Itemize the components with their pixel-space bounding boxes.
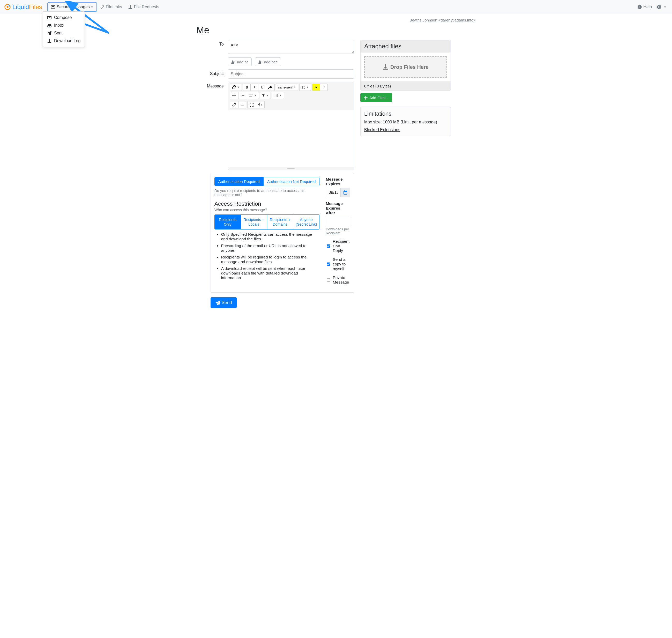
expires-after-hint: Downloads per Recipient [326, 227, 350, 235]
tb-font-family[interactable]: sans-serif▼ [276, 84, 298, 91]
inbox-icon [47, 23, 52, 28]
nav-filelinks[interactable]: FileLinks [97, 3, 125, 11]
align-icon [249, 94, 253, 98]
tb-underline[interactable]: U [258, 84, 266, 91]
sent-icon [47, 31, 52, 35]
magic-icon [232, 85, 236, 89]
dropdown-compose[interactable]: Compose [43, 14, 85, 21]
message-settings-card: Authentication Required Authentication N… [211, 173, 354, 292]
cb-private-box[interactable] [327, 278, 330, 282]
tb-hr[interactable]: — [238, 101, 246, 108]
tb-bold[interactable]: B [243, 84, 251, 91]
tab-auth-required[interactable]: Authentication Required [215, 177, 263, 186]
add-files-button[interactable]: Add Files... [360, 93, 392, 102]
page-title: Me [196, 25, 476, 36]
tb-paragraph[interactable]: TI▼ [260, 92, 271, 99]
brand-logo-icon [4, 4, 11, 10]
access-bullet: Only Specified Recipients can access the… [221, 232, 320, 241]
expires-label: Message Expires [326, 177, 350, 186]
access-bullet: Recipients will be required to login to … [221, 255, 320, 264]
nav-help[interactable]: Help [635, 3, 655, 11]
tb-font-size[interactable]: 16▼ [299, 84, 311, 91]
tb-font-color-more[interactable]: ▼ [320, 84, 328, 91]
caret-down-icon: ▼ [91, 6, 94, 9]
editor-toolbar: ▼ B I U sans-serif▼ [228, 82, 354, 110]
tb-magic[interactable]: ▼ [230, 84, 242, 91]
user-plus-icon [258, 60, 263, 64]
dropdown-download-log[interactable]: Download Log [43, 37, 85, 45]
auth-help-text: Do you require recipients to authenticat… [215, 189, 320, 197]
dropdown-sent[interactable]: Sent [43, 29, 85, 37]
access-tab-anyone[interactable]: Anyone (Secret Link) [293, 215, 319, 229]
send-icon [216, 300, 220, 305]
tb-align[interactable]: ▼ [247, 92, 259, 99]
cb-recipient-reply-box[interactable] [327, 244, 330, 248]
editor-resize-handle[interactable] [228, 167, 354, 170]
message-editor: ▼ B I U sans-serif▼ [228, 82, 354, 170]
caret-down-icon: ▼ [664, 6, 666, 9]
limitations-panel: Limitations Max size: 1000 MB (Limit per… [360, 106, 451, 136]
label-to: To [196, 40, 228, 66]
cb-send-copy[interactable]: Send a copy to myself [326, 257, 350, 271]
limitations-line: Max size: 1000 MB (Limit per message) [364, 120, 447, 124]
to-input[interactable]: use [228, 40, 354, 54]
access-tab-locals[interactable]: Recipients + Locals [240, 215, 267, 229]
download-icon [47, 39, 52, 43]
tb-table[interactable]: ▼ [272, 92, 284, 99]
gear-icon [656, 5, 661, 9]
cb-recipient-reply[interactable]: Recipient Can Reply [326, 239, 350, 253]
access-bullet: Forwarding of the email or URL is not al… [221, 244, 320, 253]
list-ol-icon [240, 94, 245, 98]
access-bullets: Only Specified Recipients can access the… [215, 232, 320, 280]
attached-files-panel: Attached files Drop Files Here 0 files (… [360, 40, 451, 90]
secure-messages-dropdown: Compose Inbox Sent Download Log [43, 11, 85, 47]
brand-logo-area[interactable]: LiquidFiles [4, 3, 42, 11]
access-sub: Who can access this message? [215, 208, 320, 212]
expires-date-input[interactable] [326, 188, 340, 197]
add-bcc-button[interactable]: add bcc [255, 57, 281, 66]
tb-ol[interactable] [238, 92, 247, 99]
blocked-extensions-link[interactable]: Blocked Extensions [364, 128, 400, 132]
label-message: Message [196, 82, 228, 170]
user-link[interactable]: Beatris Johnson <daren@adams.info> [409, 18, 476, 22]
download-icon [383, 64, 388, 70]
tab-auth-not-required[interactable]: Authentication Not Required [263, 177, 319, 186]
tb-code[interactable] [256, 101, 265, 108]
link-icon [100, 5, 104, 9]
subject-input[interactable] [228, 69, 354, 79]
brand-text-files: Files [29, 3, 42, 11]
envelope-icon [47, 16, 52, 20]
nav-file-requests[interactable]: File Requests [125, 3, 163, 11]
dropdown-inbox[interactable]: Inbox [43, 21, 85, 29]
cb-private[interactable]: Private Message [326, 275, 350, 285]
navbar: LiquidFiles Secure Messages ▼ FileLinks … [0, 0, 672, 14]
user-plus-icon [231, 60, 235, 64]
brand-text-liquid: Liquid [13, 3, 29, 11]
envelope-icon [51, 5, 55, 9]
send-button[interactable]: Send [211, 297, 237, 308]
nav-settings[interactable]: ▼ [655, 3, 668, 11]
drop-zone[interactable]: Drop Files Here [364, 56, 447, 78]
cb-send-copy-box[interactable] [327, 262, 330, 266]
limitations-title: Limitations [364, 111, 447, 117]
access-tab-domains[interactable]: Recipients + Domains [267, 215, 293, 229]
editor-body[interactable] [228, 110, 354, 167]
access-tab-only[interactable]: Recipients Only [215, 215, 240, 229]
nav-secure-messages[interactable]: Secure Messages ▼ [47, 2, 97, 12]
date-picker-button[interactable] [340, 188, 350, 197]
tb-font-color[interactable]: A [312, 84, 320, 91]
help-icon [638, 5, 642, 9]
table-icon [274, 94, 278, 98]
tb-fullscreen[interactable] [247, 101, 256, 108]
tb-ul[interactable] [230, 92, 238, 99]
tb-link[interactable] [230, 101, 238, 108]
tb-italic[interactable]: I [251, 84, 258, 91]
tb-eraser[interactable] [266, 84, 275, 91]
add-cc-button[interactable]: add cc [228, 57, 252, 66]
calendar-icon [343, 190, 347, 195]
expires-after-input[interactable] [326, 217, 350, 226]
label-subject: Subject [196, 69, 228, 79]
access-tabs: Recipients Only Recipients + Locals Reci… [215, 215, 320, 230]
eraser-icon [268, 85, 272, 89]
auth-tabs: Authentication Required Authentication N… [215, 177, 320, 186]
